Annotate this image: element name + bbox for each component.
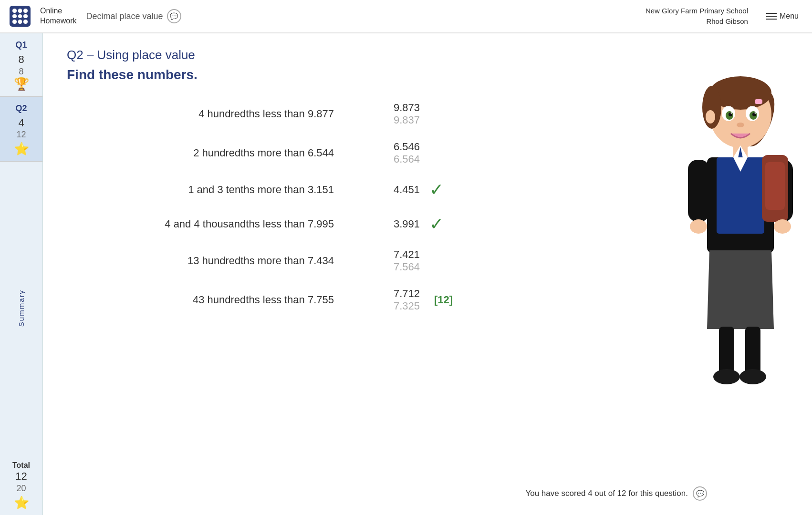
footer-speech-icon[interactable]: 💬 — [693, 486, 707, 501]
school-name: New Glory Farm Primary School — [645, 6, 748, 17]
table-row: 43 hundredths less than 7.755 7.712 7.32… — [67, 288, 544, 312]
question-text-1: 2 hundredths more than 6.544 — [67, 147, 353, 159]
header: Online Homework Decimal place value 💬 Ne… — [0, 0, 812, 33]
sidebar-q2-score-sub: 12 — [16, 130, 26, 140]
check-mark-2: ✓ — [429, 180, 444, 200]
answer-wrong-4: 7.564 — [394, 261, 420, 273]
sidebar-summary[interactable]: Summary — [0, 162, 42, 454]
menu-label: Menu — [780, 12, 799, 21]
content-area: Q2 – Using place value Find these number… — [43, 33, 812, 515]
table-row: 1 and 3 tenths more than 3.151 4.451 ✓ — [67, 180, 544, 200]
svg-rect-30 — [755, 99, 762, 104]
row-right-5: 7.712 7.325 [12] — [367, 288, 463, 312]
sidebar-total: Total 12 20 ⭐ — [0, 454, 42, 515]
q1-trophy-icon: 🏆 — [14, 77, 29, 92]
svg-point-24 — [690, 219, 707, 234]
school-info: New Glory Farm Primary School Rhod Gibso… — [645, 6, 748, 27]
answer-correct-1: 6.546 — [394, 141, 420, 153]
sidebar-total-score: 12 — [15, 470, 27, 484]
row-right-1: 6.546 6.564 — [367, 141, 463, 165]
sidebar-q1-score-sub: 8 — [19, 67, 23, 77]
header-left: Online Homework Decimal place value 💬 — [10, 6, 181, 27]
question-text-3: 4 and 4 thousandths less than 7.995 — [67, 218, 353, 230]
answer-correct-5: 7.712 — [394, 288, 420, 300]
svg-point-25 — [774, 219, 791, 234]
table-row: 2 hundredths more than 6.544 6.546 6.564 — [67, 141, 544, 165]
answer-area-2: 4.451 — [367, 184, 420, 196]
svg-point-13 — [706, 110, 715, 124]
answer-correct-4: 7.421 — [394, 248, 420, 261]
sidebar-summary-label: Summary — [17, 289, 25, 327]
sidebar-q1[interactable]: Q1 8 8 🏆 — [0, 33, 42, 97]
row-right-3: 3.991 ✓ — [367, 214, 463, 234]
answer-area-1: 6.546 6.564 — [367, 141, 420, 165]
answer-correct-0: 9.873 — [394, 102, 420, 114]
question-text-5: 43 hundredths less than 7.755 — [67, 294, 353, 306]
table-row: 4 and 4 thousandths less than 7.995 3.99… — [67, 214, 544, 234]
character-illustration — [678, 62, 802, 396]
question-text-0: 4 hundredths less than 9.877 — [67, 108, 353, 120]
answer-wrong-1: 6.564 — [394, 153, 420, 165]
main-layout: Q1 8 8 🏆 Q2 4 12 ⭐ Summary Total 12 20 ⭐… — [0, 33, 812, 515]
answer-correct-3: 3.991 — [394, 218, 420, 230]
answer-area-4: 7.421 7.564 — [367, 248, 420, 273]
row-right-0: 9.873 9.837 — [367, 102, 463, 126]
answer-area-3: 3.991 — [367, 218, 420, 230]
sidebar-total-label: Total — [12, 461, 30, 470]
page-title-text: Decimal place value — [86, 11, 163, 21]
row-right-4: 7.421 7.564 — [367, 248, 463, 273]
user-name: Rhod Gibson — [645, 16, 748, 27]
sidebar-q2[interactable]: Q2 4 12 ⭐ — [0, 97, 42, 162]
total-award-icon: ⭐ — [14, 495, 29, 510]
svg-point-12 — [737, 123, 744, 127]
question-text-2: 1 and 3 tenths more than 3.151 — [67, 184, 353, 196]
question-text-4: 13 hundredths more than 7.434 — [67, 255, 353, 267]
app-logo[interactable] — [10, 6, 31, 27]
header-right: New Glory Farm Primary School Rhod Gibso… — [645, 6, 802, 27]
menu-button[interactable]: Menu — [762, 10, 802, 22]
score-text: You have scored 4 out of 12 for this que… — [525, 489, 688, 498]
svg-point-10 — [731, 113, 732, 114]
answer-wrong-0: 9.837 — [394, 114, 420, 126]
sidebar-total-score-sub: 20 — [16, 484, 26, 494]
question-heading: Q2 – Using place value — [67, 48, 783, 62]
sidebar-q1-score: 8 — [18, 53, 24, 67]
svg-point-11 — [755, 113, 756, 114]
character-svg — [678, 62, 802, 396]
app-name: Online Homework — [40, 6, 76, 26]
answer-area-0: 9.873 9.837 — [367, 102, 420, 126]
svg-point-29 — [739, 369, 766, 384]
menu-icon — [766, 13, 777, 20]
question-subheading: Find these numbers. — [67, 67, 783, 82]
questions-area: 4 hundredths less than 9.877 9.873 9.837… — [67, 102, 544, 312]
svg-rect-27 — [745, 327, 760, 374]
speech-bubble-icon[interactable]: 💬 — [167, 9, 181, 23]
answer-correct-2: 4.451 — [394, 184, 420, 196]
table-row: 13 hundredths more than 7.434 7.421 7.56… — [67, 248, 544, 273]
score-footer: You have scored 4 out of 12 for this que… — [525, 486, 707, 501]
sidebar: Q1 8 8 🏆 Q2 4 12 ⭐ Summary Total 12 20 ⭐ — [0, 33, 43, 515]
sidebar-q1-label: Q1 — [15, 40, 27, 50]
score-badge-5: [12] — [434, 294, 453, 306]
page-title: Decimal place value 💬 — [86, 9, 181, 23]
answer-area-5: 7.712 7.325 — [367, 288, 420, 312]
sidebar-q2-label: Q2 — [15, 103, 27, 113]
check-mark-3: ✓ — [429, 214, 444, 234]
svg-rect-23 — [765, 162, 785, 210]
sidebar-q2-score: 4 — [18, 116, 24, 130]
q2-award-icon: ⭐ — [14, 142, 29, 156]
table-row: 4 hundredths less than 9.877 9.873 9.837 — [67, 102, 544, 126]
row-right-2: 4.451 ✓ — [367, 180, 463, 200]
svg-rect-26 — [719, 327, 734, 374]
svg-rect-20 — [688, 160, 709, 222]
answer-wrong-5: 7.325 — [394, 300, 420, 312]
svg-point-28 — [713, 369, 740, 384]
